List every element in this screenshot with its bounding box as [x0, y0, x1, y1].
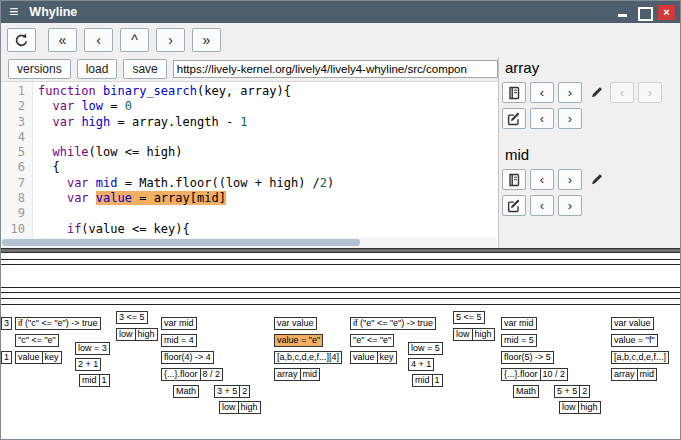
- back-button[interactable]: ‹: [84, 28, 113, 52]
- next-occurrence-button[interactable]: ›: [558, 82, 582, 103]
- url-input[interactable]: [173, 60, 498, 78]
- trace-event-box[interactable]: {...}.floor: [501, 368, 541, 381]
- compose-button[interactable]: [502, 108, 526, 129]
- prev-occurrence-button[interactable]: ‹: [530, 82, 554, 103]
- prev-occurrence-button[interactable]: ‹: [530, 195, 554, 216]
- history-forward-button[interactable]: »: [192, 28, 221, 52]
- trace-event-box[interactable]: value = "f": [611, 334, 658, 347]
- code-editor[interactable]: 1234567891011 function binary_search(key…: [1, 81, 498, 248]
- book-button[interactable]: [502, 169, 526, 190]
- pencil-icon[interactable]: [586, 172, 606, 187]
- trace-event-box[interactable]: [a,b,c,d,e,f...]: [611, 351, 669, 364]
- trace-event-box[interactable]: var value: [611, 317, 654, 330]
- trace-event-box[interactable]: 1: [432, 374, 443, 387]
- next-occurrence-button[interactable]: ›: [558, 195, 582, 216]
- trace-event-box[interactable]: 2 + 1: [75, 358, 101, 371]
- trace-event-box[interactable]: mid: [637, 368, 658, 381]
- trace-event-box[interactable]: Math: [513, 385, 539, 398]
- trace-event-box[interactable]: {...}.floor: [161, 368, 201, 381]
- trace-event-box[interactable]: "e" <= "e": [350, 334, 394, 347]
- trace-event-box[interactable]: high: [135, 328, 158, 341]
- editor-hscrollbar-thumb[interactable]: [2, 239, 360, 246]
- load-button[interactable]: load: [77, 59, 118, 79]
- code-line[interactable]: var low = 0: [38, 99, 498, 114]
- trace-event-box[interactable]: high: [472, 328, 495, 341]
- refresh-button[interactable]: [7, 28, 36, 52]
- next-occurrence-button[interactable]: ›: [558, 169, 582, 190]
- traced-expression-highlight[interactable]: value: [96, 191, 132, 205]
- trace-event-box[interactable]: mid = 4: [161, 334, 197, 347]
- trace-event-box[interactable]: high: [238, 401, 261, 414]
- trace-event-box[interactable]: floor(5) -> 5: [501, 351, 554, 364]
- traced-expression-highlight[interactable]: = array[mid]: [132, 191, 226, 205]
- trace-event-box[interactable]: [a,b,c,d,e,f...][4]: [274, 351, 342, 364]
- forward-button[interactable]: ›: [156, 28, 185, 52]
- trace-event-box[interactable]: array: [274, 368, 301, 381]
- trace-event-box[interactable]: value = "e": [274, 334, 323, 347]
- trace-event-box[interactable]: 3: [1, 317, 12, 330]
- trace-event-box[interactable]: value: [350, 351, 378, 364]
- editor-code[interactable]: function binary_search(key, array){ var …: [33, 82, 498, 248]
- trace-event-box[interactable]: 4 + 1: [408, 358, 434, 371]
- trace-event-box[interactable]: mid = 5: [501, 334, 537, 347]
- trace-event-box[interactable]: high: [578, 401, 601, 414]
- trace-event-box[interactable]: low: [219, 401, 239, 414]
- trace-event-box[interactable]: 1: [99, 374, 110, 387]
- trace-event-box[interactable]: 1: [1, 351, 12, 364]
- trace-event-box[interactable]: 5 <= 5: [453, 311, 485, 324]
- trace-event-box[interactable]: 3 <= 5: [116, 311, 148, 324]
- versions-button[interactable]: versions: [8, 59, 71, 79]
- close-button[interactable]: ×: [658, 5, 675, 20]
- pencil-icon[interactable]: [586, 85, 606, 100]
- trace-event-box[interactable]: low = 5: [408, 342, 443, 355]
- compose-button[interactable]: [502, 195, 526, 216]
- save-button[interactable]: save: [123, 59, 166, 79]
- code-line[interactable]: var high = array.length - 1: [38, 115, 498, 130]
- titlebar[interactable]: ≡ Whyline ×: [1, 1, 680, 23]
- trace-event-box[interactable]: value: [15, 351, 43, 364]
- editor-gutter[interactable]: 1234567891011: [1, 82, 33, 248]
- trace-event-box[interactable]: low: [116, 328, 136, 341]
- trace-event-box[interactable]: 10 / 2: [540, 368, 569, 381]
- trace-event-box[interactable]: var mid: [501, 317, 537, 330]
- trace-event-box[interactable]: mid: [300, 368, 321, 381]
- trace-event-box[interactable]: mid: [412, 374, 433, 387]
- code-line[interactable]: {: [38, 160, 498, 175]
- trace-event-box[interactable]: if ("e" <= "e") -> true: [350, 317, 436, 330]
- code-line[interactable]: var value = array[mid]: [38, 191, 498, 206]
- trace-event-box[interactable]: low = 3: [75, 342, 110, 355]
- trace-event-box[interactable]: floor(4) -> 4: [161, 351, 214, 364]
- trace-event-box[interactable]: 2: [579, 385, 590, 398]
- prev-occurrence-button[interactable]: ‹: [530, 169, 554, 190]
- trace-event-box[interactable]: 3 + 5: [214, 385, 240, 398]
- trace-event-box[interactable]: mid: [79, 374, 100, 387]
- editor-hscrollbar[interactable]: [1, 238, 497, 248]
- book-button[interactable]: [502, 82, 526, 103]
- trace-event-box[interactable]: array: [611, 368, 638, 381]
- trace-event-box[interactable]: low: [559, 401, 579, 414]
- code-line[interactable]: if(value <= key){: [38, 222, 498, 237]
- prev-occurrence-button[interactable]: ‹: [530, 108, 554, 129]
- trace-event-box[interactable]: if ("c" <= "e") -> true: [15, 317, 101, 330]
- code-line[interactable]: while(low <= high): [38, 145, 498, 160]
- trace-event-box[interactable]: 5 + 5: [554, 385, 580, 398]
- trace-event-box[interactable]: 2: [239, 385, 250, 398]
- code-line[interactable]: [38, 130, 498, 145]
- trace-event-box[interactable]: low: [453, 328, 473, 341]
- trace-event-box[interactable]: 8 / 2: [200, 368, 224, 381]
- trace-event-box[interactable]: var value: [274, 317, 317, 330]
- next-occurrence-button[interactable]: ›: [558, 108, 582, 129]
- maximize-button[interactable]: [637, 5, 651, 20]
- code-line[interactable]: var mid = Math.floor((low + high) /2): [38, 176, 498, 191]
- prev-write-button[interactable]: ‹: [610, 82, 634, 103]
- menu-icon[interactable]: ≡: [9, 1, 18, 23]
- trace-event-box[interactable]: key: [377, 351, 397, 364]
- next-write-button[interactable]: ›: [638, 82, 662, 103]
- code-line[interactable]: function binary_search(key, array){: [38, 84, 498, 99]
- code-line[interactable]: [38, 206, 498, 221]
- up-button[interactable]: ^: [120, 28, 149, 52]
- trace-event-box[interactable]: "c" <= "e": [15, 334, 59, 347]
- minimize-button[interactable]: [616, 5, 630, 20]
- trace-event-box[interactable]: var mid: [161, 317, 197, 330]
- history-back-button[interactable]: «: [48, 28, 77, 52]
